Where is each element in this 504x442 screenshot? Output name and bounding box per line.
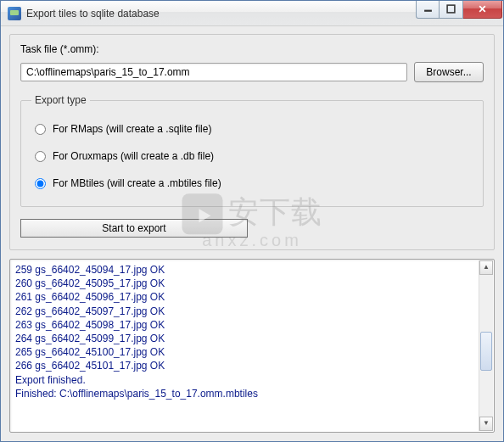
log-line: 262 gs_66402_45097_17.jpg OK xyxy=(15,305,489,318)
log-line: 264 gs_66402_45099_17.jpg OK xyxy=(15,332,489,345)
radio-rmaps-input[interactable] xyxy=(35,124,46,135)
radio-rmaps-label: For RMaps (will create a .sqlite file) xyxy=(53,123,211,135)
browser-button[interactable]: Browser... xyxy=(414,62,484,82)
radio-oruxmaps-input[interactable] xyxy=(35,151,46,162)
radio-oruxmaps[interactable]: For Oruxmaps (will create a .db file) xyxy=(35,150,471,162)
radio-oruxmaps-label: For Oruxmaps (will create a .db file) xyxy=(53,150,214,162)
vertical-scrollbar[interactable]: ▲ ▼ xyxy=(479,260,493,431)
log-line: 266 gs_66402_45101_17.jpg OK xyxy=(15,359,489,372)
svg-rect-1 xyxy=(447,5,455,13)
top-panel: Task file (*.omm): Browser... Export typ… xyxy=(9,34,495,250)
taskfile-row: Browser... xyxy=(20,62,484,82)
radio-rmaps[interactable]: For RMaps (will create a .sqlite file) xyxy=(35,123,471,135)
scroll-track[interactable] xyxy=(479,275,493,417)
log-line: 263 gs_66402_45098_17.jpg OK xyxy=(15,318,489,332)
app-icon xyxy=(8,7,21,20)
log-line: 261 gs_66402_45096_17.jpg OK xyxy=(15,290,489,304)
close-button[interactable] xyxy=(463,1,502,19)
taskfile-input[interactable] xyxy=(20,63,407,81)
window-title: Export tiles to sqlite database xyxy=(26,8,416,20)
scroll-down-button[interactable]: ▼ xyxy=(479,417,493,431)
log-line: Finished: C:\offlinemaps\paris_15_to_17.… xyxy=(15,387,489,400)
maximize-button[interactable] xyxy=(440,1,463,19)
log-line: Export finished. xyxy=(15,373,489,387)
log-output[interactable]: 259 gs_66402_45094_17.jpg OK260 gs_66402… xyxy=(9,259,495,433)
log-content: 259 gs_66402_45094_17.jpg OK260 gs_66402… xyxy=(15,263,489,400)
titlebar[interactable]: Export tiles to sqlite database xyxy=(1,1,503,26)
log-line: 259 gs_66402_45094_17.jpg OK xyxy=(15,263,489,277)
app-window: Export tiles to sqlite database Task fil… xyxy=(0,0,504,442)
radio-mbtiles-input[interactable] xyxy=(35,178,46,189)
start-export-button[interactable]: Start to export xyxy=(20,219,248,238)
log-line: 260 gs_66402_45095_17.jpg OK xyxy=(15,277,489,290)
radio-mbtiles-label: For MBtiles (will create a .mbtiles file… xyxy=(53,177,221,189)
client-area: Task file (*.omm): Browser... Export typ… xyxy=(1,26,503,441)
radio-mbtiles[interactable]: For MBtiles (will create a .mbtiles file… xyxy=(35,177,471,189)
window-controls xyxy=(416,1,502,19)
log-line: 265 gs_66402_45100_17.jpg OK xyxy=(15,345,489,359)
minimize-button[interactable] xyxy=(416,1,440,19)
scroll-up-button[interactable]: ▲ xyxy=(479,260,493,275)
svg-rect-0 xyxy=(424,10,432,12)
taskfile-label: Task file (*.omm): xyxy=(20,43,484,55)
scroll-thumb[interactable] xyxy=(480,332,492,371)
export-type-legend: Export type xyxy=(31,94,90,106)
export-type-group: Export type For RMaps (will create a .sq… xyxy=(20,94,484,207)
